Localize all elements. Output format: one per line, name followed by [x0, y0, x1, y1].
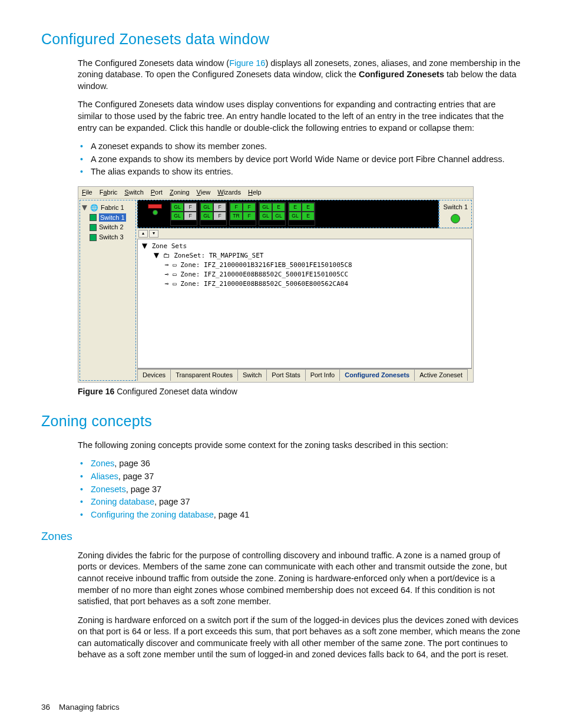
port-group: EGL EE [288, 202, 315, 226]
tree-row[interactable]: ⊸ ▭ Zone: IFZ_210000E08B88502C_50001FE15… [141, 270, 468, 279]
toc-link[interactable]: Zones [91, 459, 114, 468]
list-item: Configuring the zoning database, page 41 [78, 509, 521, 521]
port-cell[interactable]: GL [259, 203, 272, 212]
port-cell[interactable]: F [243, 203, 256, 212]
fabric-root[interactable]: ⯆🌐 Fabric 1 [81, 203, 134, 213]
port-cell[interactable]: GL [289, 212, 302, 220]
list-item: Zoning database, page 37 [78, 496, 521, 508]
collapse-down-icon[interactable]: ▾ [149, 230, 158, 238]
port-cell[interactable]: E [302, 203, 315, 212]
power-led-icon [153, 210, 158, 215]
tab-devices[interactable]: Devices [137, 369, 171, 381]
switch-name-label: Switch 1 [443, 203, 468, 212]
expand-icon[interactable]: ⯆ [81, 203, 88, 212]
menu-view[interactable]: View [197, 188, 211, 197]
toc-link[interactable]: Zonesets [91, 485, 126, 494]
app-screenshot: File Fabric Switch Port Zoning View Wiza… [78, 186, 474, 383]
port-cell[interactable]: F [213, 212, 226, 220]
sidebar-item-switch2[interactable]: Switch 2 [81, 222, 134, 232]
port-cell[interactable]: GL [171, 203, 184, 212]
paragraph: The Configured Zonesets data window uses… [78, 99, 521, 134]
port-group: GLGL FF [170, 202, 197, 226]
toolbar-strip: ▴ ▾ [137, 228, 472, 239]
toc-list: Zones, page 36 Aliases, page 37 Zonesets… [78, 458, 521, 521]
menu-file[interactable]: File [82, 188, 92, 197]
zonesets-tree[interactable]: ⯆ Zone Sets ⯆ 🗀 ZoneSet: TR_MAPPING_SET … [137, 239, 472, 368]
sidebar-item-label: Switch 2 [99, 223, 124, 232]
bullet-list: A zoneset expands to show its member zon… [78, 141, 521, 178]
toc-link[interactable]: Zoning database [91, 497, 154, 506]
switch-label-panel: Switch 1 [439, 200, 472, 229]
tab-configured-zonesets[interactable]: Configured Zonesets [339, 369, 415, 381]
sidebar-item-switch1[interactable]: Switch 1 [81, 213, 134, 223]
text: The Configured Zonesets data window ( [78, 58, 229, 68]
footer-chapter: Managing fabrics [59, 703, 120, 711]
list-item: Zonesets, page 37 [78, 484, 521, 496]
port-cell[interactable]: E [272, 203, 285, 212]
sidebar-item-switch3[interactable]: Switch 3 [81, 232, 134, 242]
tab-active-zoneset[interactable]: Active Zoneset [414, 369, 468, 381]
port-group: FTR FF [229, 202, 256, 226]
port-cell[interactable]: E [302, 212, 315, 220]
toc-link[interactable]: Aliases [91, 472, 118, 481]
port-cell[interactable]: F [243, 212, 256, 220]
menu-wizards[interactable]: Wizards [217, 188, 241, 197]
page-ref: , page 37 [118, 472, 154, 481]
subsection-heading: Zones [41, 529, 521, 544]
sidebar-item-label: Fabric 1 [101, 203, 124, 212]
tab-port-info[interactable]: Port Info [305, 369, 340, 381]
bold-term: Configured Zonesets [359, 70, 444, 79]
intro-paragraph: The Configured Zonesets data window (Fig… [78, 58, 521, 93]
menu-switch[interactable]: Switch [124, 188, 143, 197]
status-led-icon [451, 214, 460, 223]
tree-row[interactable]: ⯆ 🗀 ZoneSet: TR_MAPPING_SET [141, 251, 468, 261]
page-ref: , page 36 [114, 459, 150, 468]
tab-transparent-routes[interactable]: Transparent Routes [170, 369, 238, 381]
paragraph: Zoning is hardware enforced on a switch … [78, 615, 521, 661]
collapse-up-icon[interactable]: ▴ [138, 230, 148, 238]
port-cell[interactable]: GL [200, 203, 213, 212]
port-cell[interactable]: F [230, 203, 243, 212]
tree-row[interactable]: ⊸ ▭ Zone: IFZ_210000E08B88502C_50060E800… [141, 279, 468, 289]
list-item: Aliases, page 37 [78, 471, 521, 483]
page-footer: 36 Managing fabrics [41, 702, 120, 713]
menu-help[interactable]: Help [248, 188, 262, 197]
sidebar-item-label: Switch 1 [99, 213, 126, 222]
tab-switch[interactable]: Switch [237, 369, 267, 381]
port-cell[interactable]: TR [230, 212, 243, 220]
figure-caption: Figure 16 Configured Zoneset data window [78, 386, 521, 397]
list-item: The alias expands to show its entries. [78, 166, 521, 178]
toc-link[interactable]: Configuring the zoning database [91, 510, 214, 519]
menu-fabric[interactable]: Fabric [100, 188, 118, 197]
port-cell[interactable]: GL [171, 212, 184, 220]
page-ref: , page 37 [126, 485, 161, 494]
port-group: GLGL EGL [259, 202, 286, 226]
port-cell[interactable]: E [289, 203, 302, 212]
menu-port[interactable]: Port [151, 188, 163, 197]
page-number: 36 [41, 703, 50, 711]
port-cell[interactable]: F [184, 203, 197, 212]
port-cell[interactable]: GL [200, 212, 213, 220]
page-ref: , page 37 [154, 497, 190, 506]
tree-row[interactable]: ⯆ Zone Sets [141, 242, 468, 251]
figure-title: Configured Zoneset data window [114, 387, 237, 396]
figure-ref-link[interactable]: Figure 16 [229, 58, 265, 68]
port-cell[interactable]: F [213, 203, 226, 212]
fabric-tree-sidebar: ⯆🌐 Fabric 1 Switch 1 Switch 2 Switch 3 [80, 200, 136, 381]
tree-row[interactable]: ⊸ ▭ Zone: IFZ_21000001B3216F1EB_50001FE1… [141, 261, 468, 270]
section-heading: Zoning concepts [41, 411, 521, 431]
list-item: A zone expands to show its members by de… [78, 154, 521, 166]
menu-zoning[interactable]: Zoning [170, 188, 190, 197]
port-cell[interactable]: GL [272, 212, 285, 220]
tab-port-stats[interactable]: Port Stats [266, 369, 305, 381]
list-item: Zones, page 36 [78, 458, 521, 470]
paragraph: The following zoning concepts provide so… [78, 440, 521, 452]
port-cell[interactable]: GL [259, 212, 272, 220]
port-group: GLGL FF [200, 202, 227, 226]
list-item: A zoneset expands to show its member zon… [78, 141, 521, 153]
port-cell[interactable]: F [184, 212, 197, 220]
faceplate-panel: GLGL FF GLGL FF FTR FF GLGL [137, 200, 439, 229]
switch-icon [90, 214, 97, 221]
switch-icon [90, 224, 97, 231]
section-heading: Configured Zonesets data window [41, 29, 521, 50]
